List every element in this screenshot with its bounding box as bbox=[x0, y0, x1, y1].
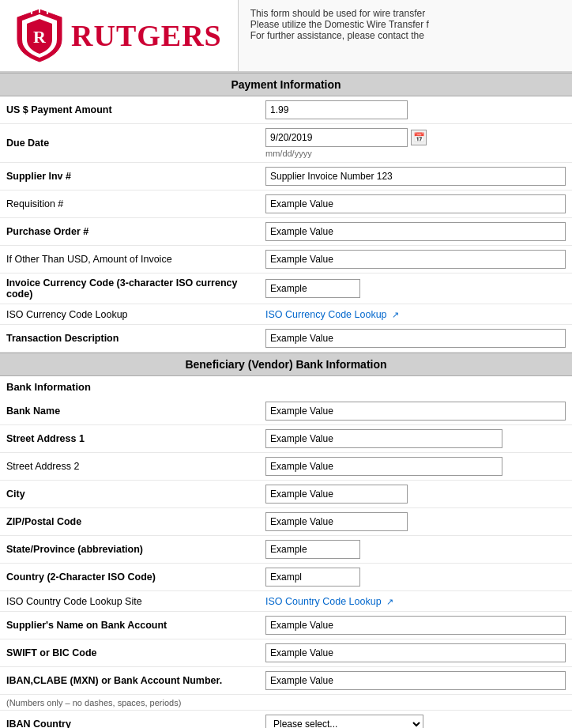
bank-name-label: Bank Name bbox=[0, 398, 259, 425]
rutgers-shield-icon: R bbox=[16, 8, 63, 63]
transaction-desc-label: Transaction Description bbox=[0, 325, 259, 353]
street-address2-value bbox=[259, 453, 572, 481]
zip-input[interactable] bbox=[265, 512, 408, 531]
payment-form: US $ Payment Amount Due Date 📅 mm/dd/yyy… bbox=[0, 96, 572, 353]
iso-country-lookup-row: ISO Country Code Lookup Site ISO Country… bbox=[0, 591, 572, 612]
zip-label: ZIP/Postal Code bbox=[0, 508, 259, 536]
transaction-desc-value bbox=[259, 325, 572, 353]
svg-text:R: R bbox=[33, 27, 47, 47]
numbers-only-note: (Numbers only – no dashes, spaces, perio… bbox=[6, 698, 181, 707]
street-address2-label: Street Address 2 bbox=[0, 453, 259, 481]
state-label: State/Province (abbreviation) bbox=[0, 536, 259, 564]
city-row: City bbox=[0, 481, 572, 508]
swift-input[interactable] bbox=[265, 643, 566, 662]
requisition-row: Requisition # bbox=[0, 190, 572, 218]
bank-info-subheader: Bank Information bbox=[0, 376, 572, 398]
header: R RUTGERS This form should be used for w… bbox=[0, 0, 572, 73]
iban-country-value: Please select... bbox=[259, 711, 572, 729]
payment-amount-label: US $ Payment Amount bbox=[0, 96, 259, 124]
street-address1-label: Street Address 1 bbox=[0, 425, 259, 453]
currency-code-label: Invoice Currency Code (3-character ISO c… bbox=[0, 273, 259, 304]
swift-row: SWIFT or BIC Code bbox=[0, 639, 572, 667]
street-address1-input[interactable] bbox=[265, 429, 502, 448]
iso-country-lookup-link[interactable]: ISO Country Code Lookup ↗ bbox=[265, 596, 393, 607]
state-value bbox=[259, 536, 572, 564]
bank-name-input[interactable] bbox=[265, 402, 566, 421]
rutgers-wordmark: RUTGERS bbox=[71, 18, 222, 53]
due-date-row: Due Date 📅 mm/dd/yyyy bbox=[0, 124, 572, 163]
iban-row: IBAN,CLABE (MXN) or Bank Account Number. bbox=[0, 667, 572, 695]
purchase-order-value bbox=[259, 218, 572, 246]
payment-section-header: Payment Information bbox=[0, 73, 572, 96]
other-usd-label: If Other Than USD, Amount of Invoice bbox=[0, 246, 259, 273]
street-address2-row: Street Address 2 bbox=[0, 453, 572, 481]
iban-value bbox=[259, 667, 572, 695]
header-description: This form should be used for wire transf… bbox=[239, 0, 572, 71]
country-value bbox=[259, 564, 572, 591]
state-input[interactable] bbox=[265, 540, 360, 559]
street-address2-input[interactable] bbox=[265, 457, 502, 476]
other-usd-input[interactable] bbox=[265, 250, 566, 269]
supplier-inv-input[interactable] bbox=[265, 167, 566, 186]
iban-country-label: IBAN Country bbox=[0, 711, 259, 729]
iso-currency-lookup-label: ISO Currency Code Lookup bbox=[0, 304, 259, 325]
transaction-desc-row: Transaction Description bbox=[0, 325, 572, 353]
purchase-order-input[interactable] bbox=[265, 222, 566, 241]
iso-currency-lookup-row: ISO Currency Code Lookup ISO Currency Co… bbox=[0, 304, 572, 325]
logo-area: R RUTGERS bbox=[0, 0, 239, 71]
due-date-value: 📅 mm/dd/yyyy bbox=[259, 124, 572, 163]
calendar-icon[interactable]: 📅 bbox=[411, 130, 427, 145]
payment-amount-value bbox=[259, 96, 572, 124]
supplier-bank-name-value bbox=[259, 612, 572, 639]
requisition-value bbox=[259, 190, 572, 218]
zip-value bbox=[259, 508, 572, 536]
external-link-icon: ↗ bbox=[392, 310, 399, 319]
country-input[interactable] bbox=[265, 568, 360, 587]
beneficiary-section-header: Beneficiary (Vendor) Bank Information bbox=[0, 353, 572, 376]
city-input[interactable] bbox=[265, 485, 408, 504]
bank-name-value bbox=[259, 398, 572, 425]
iban-country-select[interactable]: Please select... bbox=[265, 715, 423, 728]
currency-code-value bbox=[259, 273, 572, 304]
due-date-label: Due Date bbox=[0, 124, 259, 163]
country-row: Country (2-Character ISO Code) bbox=[0, 564, 572, 591]
city-label: City bbox=[0, 481, 259, 508]
iso-currency-lookup-value: ISO Currency Code Lookup ↗ bbox=[259, 304, 572, 325]
purchase-order-row: Purchase Order # bbox=[0, 218, 572, 246]
other-usd-value bbox=[259, 246, 572, 273]
iso-country-lookup-label: ISO Country Code Lookup Site bbox=[0, 591, 259, 612]
supplier-bank-name-label: Supplier's Name on Bank Account bbox=[0, 612, 259, 639]
iban-label: IBAN,CLABE (MXN) or Bank Account Number. bbox=[0, 667, 259, 695]
numbers-note-row: (Numbers only – no dashes, spaces, perio… bbox=[0, 695, 572, 711]
supplier-inv-row: Supplier Inv # bbox=[0, 163, 572, 190]
date-format-hint: mm/dd/yyyy bbox=[265, 149, 566, 158]
swift-label: SWIFT or BIC Code bbox=[0, 639, 259, 667]
supplier-bank-name-input[interactable] bbox=[265, 616, 566, 635]
country-label: Country (2-Character ISO Code) bbox=[0, 564, 259, 591]
iso-country-lookup-value: ISO Country Code Lookup ↗ bbox=[259, 591, 572, 612]
other-usd-row: If Other Than USD, Amount of Invoice bbox=[0, 246, 572, 273]
currency-code-input[interactable] bbox=[265, 279, 360, 298]
bank-name-row: Bank Name bbox=[0, 398, 572, 425]
requisition-label: Requisition # bbox=[0, 190, 259, 218]
supplier-inv-label: Supplier Inv # bbox=[0, 163, 259, 190]
iban-input[interactable] bbox=[265, 671, 566, 690]
transaction-desc-input[interactable] bbox=[265, 329, 566, 348]
purchase-order-label: Purchase Order # bbox=[0, 218, 259, 246]
payment-amount-input[interactable] bbox=[265, 100, 408, 119]
supplier-bank-name-row: Supplier's Name on Bank Account bbox=[0, 612, 572, 639]
external-link-icon-2: ↗ bbox=[386, 597, 393, 606]
swift-value bbox=[259, 639, 572, 667]
currency-code-row: Invoice Currency Code (3-character ISO c… bbox=[0, 273, 572, 304]
street-address1-row: Street Address 1 bbox=[0, 425, 572, 453]
zip-row: ZIP/Postal Code bbox=[0, 508, 572, 536]
state-row: State/Province (abbreviation) bbox=[0, 536, 572, 564]
beneficiary-form: Bank Name Street Address 1 Street Addres… bbox=[0, 398, 572, 728]
street-address1-value bbox=[259, 425, 572, 453]
supplier-inv-value bbox=[259, 163, 572, 190]
requisition-input[interactable] bbox=[265, 194, 566, 213]
iso-currency-lookup-link[interactable]: ISO Currency Code Lookup ↗ bbox=[265, 309, 399, 320]
due-date-input[interactable] bbox=[265, 128, 408, 147]
iban-country-row: IBAN Country Please select... bbox=[0, 711, 572, 729]
payment-amount-row: US $ Payment Amount bbox=[0, 96, 572, 124]
